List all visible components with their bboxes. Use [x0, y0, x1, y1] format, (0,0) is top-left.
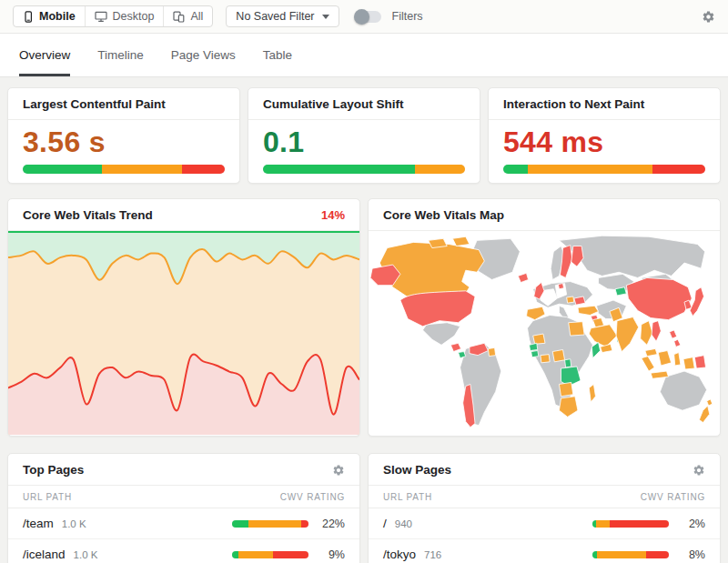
- map-region-new-zealand-north[interactable]: [707, 399, 713, 406]
- map-region-vietnam[interactable]: [652, 321, 661, 342]
- saved-filter-dropdown[interactable]: No Saved Filter: [226, 5, 339, 27]
- map-region-hungary[interactable]: [567, 297, 574, 303]
- page-view-count: 1.0 K: [74, 549, 98, 560]
- poor-segment: [646, 551, 669, 558]
- map-region-madagascar[interactable]: [589, 384, 595, 402]
- map-region-mauritania[interactable]: [533, 334, 545, 344]
- settings-button[interactable]: [702, 10, 715, 24]
- inp-card: Interaction to Next Paint 544 ms: [488, 87, 721, 184]
- map-region-myanmar[interactable]: [641, 321, 652, 346]
- cwv-rating-bar: [592, 551, 669, 558]
- device-tab-all[interactable]: All: [164, 6, 212, 26]
- filters-toggle[interactable]: [356, 11, 381, 23]
- world-choropleth-map[interactable]: [369, 231, 720, 435]
- trend-good-percentage-badge: 14%: [321, 208, 345, 222]
- map-region-uzbekistan[interactable]: [615, 287, 626, 296]
- map-region-ghana[interactable]: [541, 355, 550, 363]
- page-path[interactable]: /tokyo: [383, 548, 416, 561]
- good-segment: [503, 165, 528, 174]
- page-path[interactable]: /team: [23, 517, 54, 530]
- gear-icon: [332, 464, 345, 477]
- table-row[interactable]: /team 1.0 K 22%: [8, 508, 359, 538]
- metrics-row: Largest Contentful Paint 3.56 s Cumulati…: [7, 87, 721, 184]
- tab-overview[interactable]: Overview: [19, 34, 70, 76]
- map-region-canada-islands[interactable]: [452, 236, 469, 246]
- lcp-card: Largest Contentful Paint 3.56 s: [7, 87, 240, 184]
- tab-timeline[interactable]: Timeline: [97, 34, 144, 76]
- smartphone-icon: [23, 11, 34, 23]
- poor-segment: [610, 520, 669, 528]
- map-region-new-zealand[interactable]: [699, 406, 709, 422]
- map-region-indonesia-sulawesi[interactable]: [674, 353, 681, 366]
- map-region-guatemala[interactable]: [450, 343, 460, 351]
- map-region-southern-africa[interactable]: [559, 397, 578, 417]
- device-tab-desktop[interactable]: Desktop: [86, 6, 165, 26]
- map-region-angola[interactable]: [559, 382, 572, 396]
- column-url-path: URL PATH: [383, 492, 432, 502]
- map-region-malaysia[interactable]: [645, 348, 657, 356]
- needs-improvement-segment: [102, 165, 183, 174]
- map-region-iceland[interactable]: [518, 273, 528, 282]
- needs-improvement-segment: [596, 520, 610, 528]
- map-region-japan[interactable]: [690, 287, 703, 317]
- tab-page-views[interactable]: Page Views: [171, 34, 236, 76]
- map-chart-area[interactable]: [369, 231, 720, 436]
- map-region-philippines[interactable]: [674, 339, 681, 347]
- device-tab-label: Mobile: [39, 10, 76, 23]
- table-row[interactable]: / 940 2%: [369, 508, 720, 538]
- map-region-denmark[interactable]: [558, 284, 563, 289]
- top-pages-settings-button[interactable]: [332, 464, 345, 477]
- filters-toggle-label: Filters: [392, 10, 423, 23]
- map-card-title: Core Web Vitals Map: [383, 208, 504, 222]
- cwv-rating-bar: [592, 520, 669, 528]
- trend-chart-area[interactable]: [8, 231, 359, 436]
- cwv-good-percentage: 9%: [308, 548, 345, 561]
- map-region-indonesia-borneo[interactable]: [658, 351, 671, 366]
- page-view-count: 716: [424, 549, 441, 560]
- map-region-romania[interactable]: [574, 297, 585, 305]
- table-row[interactable]: /iceland 1.0 K 9%: [8, 538, 359, 563]
- page-view-count: 1.0 K: [62, 518, 86, 529]
- top-toolbar: Mobile Desktop All No Saved Filter Filte…: [0, 0, 728, 34]
- devices-icon: [173, 11, 185, 23]
- lcp-card-title: Largest Contentful Paint: [23, 97, 166, 111]
- trend-area-chart[interactable]: [8, 231, 359, 435]
- map-region-papua-new-guinea[interactable]: [694, 356, 705, 368]
- cwv-rating-bar: [232, 551, 308, 558]
- map-region-cameroon[interactable]: [565, 359, 571, 367]
- cwv-good-percentage: 8%: [669, 548, 705, 561]
- map-region-egypt[interactable]: [569, 322, 584, 336]
- page-path[interactable]: /: [383, 517, 387, 530]
- device-tab-mobile[interactable]: Mobile: [14, 6, 86, 26]
- map-region-indonesia-sumatra[interactable]: [642, 357, 654, 371]
- map-region-finland[interactable]: [571, 246, 583, 267]
- gear-icon: [693, 464, 705, 477]
- map-region-canada-islands[interactable]: [429, 238, 448, 247]
- map-region-philippines[interactable]: [670, 330, 677, 338]
- map-region-guyana[interactable]: [488, 347, 495, 356]
- slow-pages-settings-button[interactable]: [693, 464, 705, 477]
- column-cwv-rating: CWV RATING: [641, 492, 705, 502]
- map-region-west-papua[interactable]: [683, 357, 694, 369]
- cls-card-title: Cumulative Layout Shift: [263, 97, 404, 111]
- tab-table[interactable]: Table: [263, 34, 292, 76]
- slow-pages-card: Slow Pages URL PATH CWV RATING / 940 2% …: [368, 453, 721, 563]
- map-region-usa[interactable]: [400, 291, 475, 327]
- map-region-guinea[interactable]: [531, 351, 539, 357]
- map-region-saudi-arabia[interactable]: [589, 325, 617, 347]
- map-region-turkey[interactable]: [578, 306, 599, 315]
- map-region-somalia[interactable]: [592, 342, 600, 357]
- cls-rating-bar: [263, 165, 465, 174]
- top-pages-title: Top Pages: [23, 463, 84, 477]
- page-path[interactable]: /iceland: [23, 548, 66, 561]
- map-region-india[interactable]: [616, 317, 639, 352]
- needs-improvement-segment: [528, 165, 653, 174]
- cwv-rating-bar: [232, 520, 308, 528]
- poor-segment: [652, 165, 705, 174]
- lcp-value: 3.56 s: [23, 126, 225, 160]
- map-region-china[interactable]: [626, 277, 692, 319]
- map-region-mexico[interactable]: [423, 323, 460, 346]
- cls-value: 0.1: [263, 126, 465, 160]
- table-row[interactable]: /tokyo 716 8%: [369, 538, 720, 563]
- map-region-nigeria[interactable]: [552, 349, 564, 361]
